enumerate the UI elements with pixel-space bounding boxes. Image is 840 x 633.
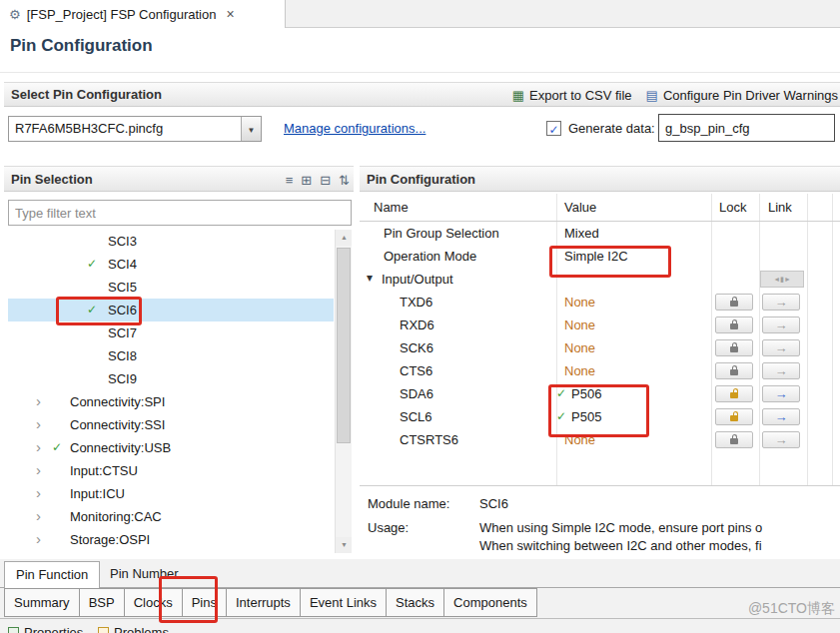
chevron-right-icon[interactable]: ›: [36, 435, 41, 458]
pin-row-cts6[interactable]: CTS6 None →: [360, 359, 840, 382]
scroll-up-icon[interactable]: ▲: [336, 230, 352, 246]
check-icon: ✓: [87, 253, 97, 276]
tab-summary[interactable]: Summary: [4, 588, 80, 617]
arrow-right-icon: →: [775, 340, 788, 355]
chevron-down-icon[interactable]: ▾: [367, 267, 373, 290]
pin-view-tab-strip: Pin Function Pin Number: [0, 559, 840, 588]
pincfg-select[interactable]: R7FA6M5BH3CFC.pincfg ▼: [8, 116, 262, 142]
link-button[interactable]: →: [762, 339, 800, 356]
tab-pin-number[interactable]: Pin Number: [100, 561, 189, 587]
lock-button[interactable]: [715, 316, 753, 333]
pin-row-sda6[interactable]: SDA6 ✓ P506 →: [360, 382, 840, 405]
tab-problems-partial[interactable]: Problems: [98, 622, 169, 633]
pin-row-pin-group-selection[interactable]: Pin Group Selection Mixed: [360, 222, 840, 245]
pin-row-ctsrts6[interactable]: CTSRTS6 None →: [360, 428, 840, 451]
lock-button[interactable]: [715, 339, 753, 356]
pin-configuration-header: Pin Configuration: [360, 166, 840, 192]
pincfg-dropdown-button[interactable]: ▼: [241, 117, 261, 141]
pin-row-txd6[interactable]: TXD6 None →: [360, 291, 840, 314]
sort-icon[interactable]: ⇅: [339, 173, 350, 188]
arrow-right-icon: →: [775, 295, 788, 310]
tab-event-links[interactable]: Event Links: [301, 588, 387, 617]
pin-row-rxd6[interactable]: RXD6 None →: [360, 314, 840, 336]
filter-input[interactable]: [8, 200, 352, 226]
manage-configurations-link[interactable]: Manage configurations...: [284, 121, 425, 136]
tree-item-storage-ospi[interactable]: › Storage:OSPI: [8, 528, 334, 551]
problems-icon: [98, 627, 109, 633]
title-divider: [0, 72, 840, 73]
collapse-all-icon[interactable]: ⊟: [320, 173, 331, 188]
link-button[interactable]: →: [762, 362, 800, 379]
generate-data-input[interactable]: [658, 114, 835, 142]
chevron-right-icon[interactable]: ›: [36, 412, 41, 435]
chevron-right-icon[interactable]: ›: [36, 389, 41, 412]
close-icon[interactable]: ×: [226, 6, 234, 22]
tree-item-sci7[interactable]: SCI7: [8, 321, 334, 344]
pin-selection-header: Pin Selection ≡ ⊞ ⊟ ⇅: [4, 166, 354, 192]
tab-properties-partial[interactable]: Properties: [8, 622, 83, 633]
check-icon: ✓: [556, 405, 566, 428]
chevron-right-icon[interactable]: ›: [36, 481, 41, 504]
tree-item-sci6-selected[interactable]: ✓ SCI6: [8, 299, 334, 321]
configure-warnings-icon: ▤: [646, 88, 658, 103]
scrollbar-thumb[interactable]: [337, 248, 351, 443]
export-csv-button[interactable]: ▦ Export to CSV file: [512, 88, 632, 103]
check-icon: ✓: [556, 382, 566, 405]
generate-data-checkbox[interactable]: ✓: [546, 121, 561, 136]
pin-row-input-output[interactable]: ▾ Input/Output ◄▮►: [360, 268, 840, 291]
tree-item-sci9[interactable]: SCI9: [8, 367, 334, 390]
pin-selection-toolbar: ≡ ⊞ ⊟ ⇅: [286, 167, 350, 193]
unlock-icon: [730, 392, 738, 398]
tree-item-sci5[interactable]: SCI5: [8, 276, 334, 299]
page-title: Pin Configuration: [10, 36, 153, 56]
bottom-view-tab-strip: Properties Problems: [0, 618, 840, 633]
pin-configuration-title: Pin Configuration: [360, 172, 475, 187]
editor-tab-fsp-configuration[interactable]: ⚙ [FSP_Project] FSP Configuration ×: [0, 0, 286, 28]
tree-item-connectivity-spi[interactable]: › Connectivity:SPI: [8, 390, 334, 413]
lock-button[interactable]: [715, 431, 753, 448]
link-button-active[interactable]: →: [762, 408, 800, 425]
chevron-right-icon[interactable]: ›: [36, 504, 41, 527]
lock-button[interactable]: [715, 294, 753, 311]
tab-bsp[interactable]: BSP: [80, 588, 125, 617]
link-button[interactable]: →: [762, 316, 800, 333]
tab-pin-function[interactable]: Pin Function: [4, 561, 100, 588]
chevron-right-icon[interactable]: ›: [36, 458, 41, 481]
module-name-label: Module name:: [368, 496, 449, 511]
usage-label: Usage:: [368, 520, 409, 535]
link-button[interactable]: →: [762, 431, 800, 448]
tree-scrollbar[interactable]: ▲ ▼: [335, 230, 352, 553]
scroll-down-icon[interactable]: ▼: [336, 537, 352, 553]
pin-row-scl6[interactable]: SCL6 ✓ P505 →: [360, 405, 840, 428]
lock-icon: [730, 369, 738, 375]
configure-pin-driver-warnings-button[interactable]: ▤ Configure Pin Driver Warnings: [646, 88, 838, 103]
tree-item-input-ctsu[interactable]: › Input:CTSU: [8, 459, 334, 482]
tab-clocks[interactable]: Clocks: [125, 588, 183, 617]
expand-all-icon[interactable]: ⊞: [301, 173, 312, 188]
lock-button-unlocked[interactable]: [715, 385, 753, 402]
generate-data-label: Generate data:: [568, 121, 655, 136]
lock-button-unlocked[interactable]: [715, 408, 753, 425]
pin-group-cycle-icon[interactable]: ◄▮►: [760, 271, 804, 288]
tree-item-sci8[interactable]: SCI8: [8, 344, 334, 367]
tab-stacks[interactable]: Stacks: [387, 588, 444, 617]
tree-item-sci3[interactable]: SCI3: [8, 230, 334, 253]
lock-button[interactable]: [715, 362, 753, 379]
arrow-right-icon: →: [775, 409, 788, 424]
pin-row-sck6[interactable]: SCK6 None →: [360, 336, 840, 359]
link-button-active[interactable]: →: [762, 385, 800, 402]
chevron-right-icon[interactable]: ›: [36, 527, 41, 550]
tree-item-sci4[interactable]: ✓ SCI4: [8, 253, 334, 276]
tab-pins[interactable]: Pins: [183, 588, 227, 617]
tree-item-input-icu[interactable]: › Input:ICU: [8, 482, 334, 505]
tree-item-connectivity-usb[interactable]: › ✓ Connectivity:USB: [8, 436, 334, 459]
lock-icon: [730, 323, 738, 329]
arrow-right-icon: →: [775, 386, 788, 401]
tab-components[interactable]: Components: [444, 588, 537, 617]
view-menu-icon[interactable]: ≡: [286, 173, 294, 188]
tree-item-monitoring-cac[interactable]: › Monitoring:CAC: [8, 505, 334, 528]
pin-row-operation-mode[interactable]: Operation Mode Simple I2C: [360, 245, 840, 268]
tree-item-connectivity-ssi[interactable]: › Connectivity:SSI: [8, 413, 334, 436]
tab-interrupts[interactable]: Interrupts: [227, 588, 301, 617]
link-button[interactable]: →: [762, 294, 800, 311]
